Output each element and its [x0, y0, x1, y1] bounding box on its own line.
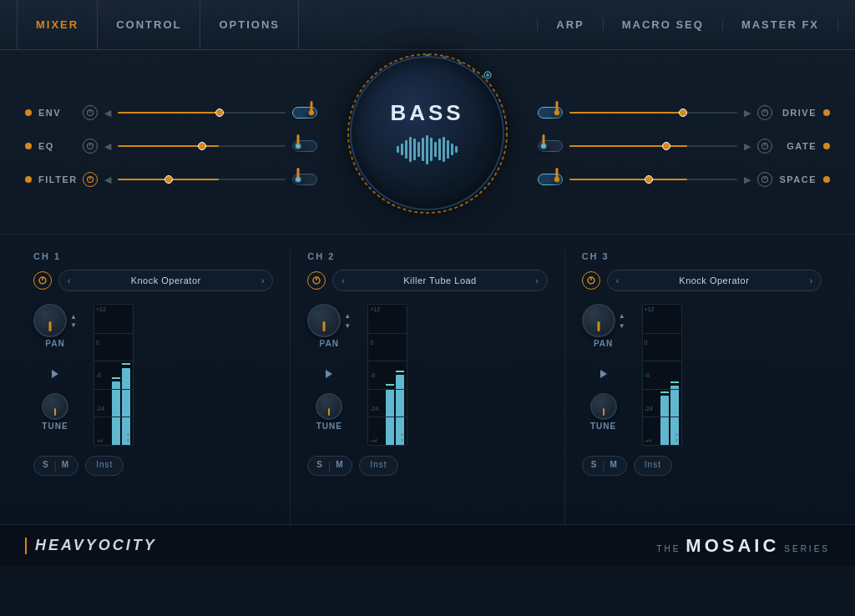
ch3-power-btn[interactable] [582, 271, 600, 290]
ch2-power-btn[interactable] [307, 271, 326, 290]
space-toggle[interactable] [538, 174, 563, 185]
ch3-inst-btn[interactable]: Inst [634, 456, 672, 476]
ch2-m-btn[interactable]: M [334, 460, 345, 472]
ch3-s-btn[interactable]: S [589, 460, 600, 472]
filter-slider[interactable] [118, 179, 286, 180]
nav-mixer[interactable]: MIXER [17, 0, 98, 49]
space-row: SPACE ▶ [538, 168, 830, 191]
ch1-prev-arrow[interactable]: ‹ [68, 276, 70, 285]
nav-arp[interactable]: ARP [537, 18, 602, 31]
ch1-play-arrow[interactable] [52, 370, 58, 378]
ch1-pan-knob[interactable] [33, 304, 67, 337]
nav-options[interactable]: OPTIONS [200, 0, 299, 49]
right-controls: DRIVE ▶ GATE ▶ SPACE [538, 93, 830, 191]
nav-macro-seq[interactable]: MACRO SEQ [603, 18, 722, 31]
ch2-pan-down[interactable]: ▼ [344, 322, 351, 330]
ch2-vu-left [386, 305, 394, 445]
filter-power-btn[interactable] [83, 172, 98, 187]
drive-slider[interactable] [569, 112, 737, 114]
ch2-vu-scale: +12 0 -6 -24 -inf [370, 305, 387, 445]
filter-row: FILTER ◀ [25, 168, 317, 191]
waveform-display [397, 133, 458, 166]
space-label: SPACE [779, 174, 817, 184]
env-power-btn[interactable] [83, 105, 98, 120]
ch1-pan-down[interactable]: ▼ [70, 321, 77, 329]
ch3-vu-meter: +12 0 -6 -24 -inf [642, 304, 682, 446]
gate-power-btn[interactable] [757, 139, 772, 154]
ch1-vu-left [112, 305, 120, 445]
ch3-pan-down[interactable]: ▼ [619, 322, 625, 330]
ch1-inst-btn[interactable]: Inst [85, 456, 124, 476]
eq-slider[interactable] [118, 145, 286, 147]
nav-master-fx[interactable]: MASTER FX [722, 18, 838, 31]
ch2-play-arrow[interactable] [326, 370, 332, 378]
ch2-prev-arrow[interactable]: ‹ [341, 276, 344, 285]
filter-label: FILTER [38, 174, 76, 184]
ch2-bottom: S | M Inst [307, 456, 547, 476]
ch3-vu-arrows[interactable]: ▲ ▼ [674, 431, 680, 443]
ch3-preset-selector[interactable]: ‹ Knock Operator › [607, 270, 822, 291]
drive-dot [823, 109, 830, 116]
ch2-knob-group: ▲ ▼ PAN TUNE [307, 304, 351, 431]
ch1-preset-name: Knock Operator [131, 275, 201, 285]
ch1-vu-arrows[interactable]: ▲ ▼ [125, 431, 131, 443]
ch1-s-btn[interactable]: S [41, 460, 51, 472]
ch2-vu-right [396, 305, 404, 445]
center-display: BASS [350, 56, 504, 210]
footer: HEAVYOCITY THE MOSAIC SERIES [0, 524, 855, 566]
ch3-vu-bars [660, 305, 679, 445]
brand-series: SERIES [784, 544, 830, 553]
ch1-preset-selector[interactable]: ‹ Knock Operator › [58, 270, 273, 291]
ch1-pan-up[interactable]: ▲ [70, 313, 77, 321]
ch3-prev-arrow[interactable]: ‹ [616, 276, 619, 285]
ch1-m-btn[interactable]: M [60, 460, 71, 472]
ch2-sm-buttons[interactable]: S | M [307, 456, 352, 476]
nav-control[interactable]: CONTROL [98, 0, 200, 49]
ch2-pan-knob[interactable] [307, 304, 341, 337]
brand-mosaic: MOSAIC [686, 535, 779, 557]
drive-power-btn[interactable] [757, 105, 772, 120]
ch2-tune-knob[interactable] [316, 393, 342, 420]
ch2-next-arrow[interactable]: › [535, 276, 538, 285]
eq-toggle[interactable] [292, 140, 317, 152]
ch2-s-btn[interactable]: S [315, 460, 325, 472]
channel-2: CH 2 ‹ Killer Tube Load › ▲ ▼ [291, 251, 564, 524]
eq-power-btn[interactable] [83, 139, 98, 154]
ch2-vu-arrows[interactable]: ▲ ▼ [399, 431, 405, 443]
ch3-sm-buttons[interactable]: S | M [582, 456, 627, 476]
ch3-knob-group: ▲ ▼ PAN TUNE [582, 304, 625, 431]
ch2-tune-label: TUNE [316, 422, 342, 431]
ch3-m-btn[interactable]: M [608, 460, 619, 472]
ch1-tune-label: TUNE [42, 422, 68, 431]
ch1-sm-buttons[interactable]: S | M [33, 456, 78, 476]
filter-toggle[interactable] [292, 174, 317, 185]
ch3-next-arrow[interactable]: › [810, 276, 812, 285]
env-toggle[interactable] [292, 107, 317, 119]
ch2-pan-up[interactable]: ▲ [344, 312, 351, 320]
env-slider[interactable] [118, 112, 286, 114]
ch3-play-arrow[interactable] [600, 370, 607, 378]
ch2-vu-meter: +12 0 -6 -24 -inf [367, 304, 407, 446]
drive-label: DRIVE [779, 108, 817, 118]
ch2-preset-selector[interactable]: ‹ Killer Tube Load › [332, 270, 547, 291]
ch3-pan-knob[interactable] [582, 304, 615, 337]
gate-toggle[interactable] [538, 140, 563, 152]
ch2-inst-btn[interactable]: Inst [359, 456, 397, 476]
ch3-tune-knob[interactable] [590, 393, 617, 420]
ch1-tune-knob[interactable] [42, 393, 68, 420]
space-slider[interactable] [569, 179, 737, 180]
ch1-power-btn[interactable] [33, 271, 52, 290]
drive-toggle[interactable] [538, 107, 563, 119]
gate-slider[interactable] [569, 145, 737, 147]
ch3-vu-left [660, 305, 669, 445]
channel-section: CH 1 ‹ Knock Operator › ▲ [0, 234, 855, 524]
brand-the: THE [656, 544, 680, 553]
ch3-pan-up[interactable]: ▲ [619, 312, 625, 320]
gate-row: GATE ▶ [538, 134, 830, 158]
mixer-section: ENV ◀ EQ ◀ FILTER [0, 50, 855, 234]
brand-accent-line [25, 538, 27, 554]
space-power-btn[interactable] [757, 172, 772, 187]
brand-right: THE MOSAIC SERIES [656, 535, 830, 557]
ch1-next-arrow[interactable]: › [261, 276, 264, 285]
ch2-preset-row: ‹ Killer Tube Load › [307, 270, 547, 291]
